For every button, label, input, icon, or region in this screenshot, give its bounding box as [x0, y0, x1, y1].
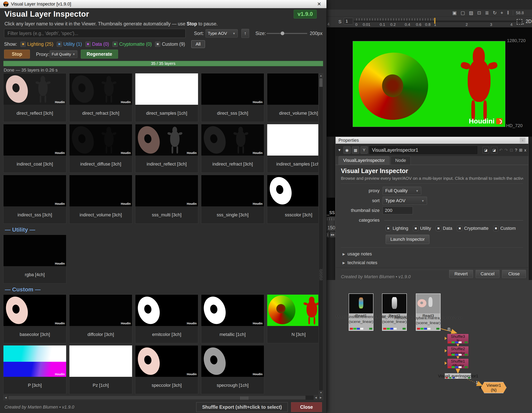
sort-field-dropdown[interactable]: Type AOV▼ [383, 197, 427, 205]
prop-category-data[interactable]: ✖Data [436, 226, 452, 231]
layer-card[interactable]: Houdinsss_single [3ch] [201, 175, 264, 224]
roi-icon[interactable]: ▨ [469, 10, 473, 16]
node-read3[interactable]: Read3 [416, 294, 441, 331]
layer-card[interactable]: Houdinbasecolor [3ch] [3, 294, 66, 343]
layer-label[interactable]: specrough [1ch] [201, 377, 264, 394]
layer-thumbnail[interactable]: Houdin [135, 124, 198, 156]
node-badge-icon[interactable]: ◉ [343, 147, 351, 154]
all-categories-button[interactable]: All [191, 40, 205, 48]
layer-card[interactable]: Houdinindirect_coat [3ch] [3, 124, 66, 173]
checkbox-x-icon[interactable]: ✖ [436, 226, 441, 231]
layer-card[interactable]: Houdindiffcolor [3ch] [69, 294, 132, 343]
checkbox-x-icon[interactable]: ✖ [386, 226, 391, 231]
scroll-grip[interactable] [240, 396, 248, 400]
layer-card[interactable]: indirect_samples [1ch] [267, 124, 318, 173]
close-node-icon[interactable]: x [524, 148, 526, 153]
layer-label[interactable]: indirect_diffuse [3ch] [69, 156, 132, 173]
category-toggle-utility[interactable]: ✖Utility (1) [57, 41, 82, 47]
layer-label[interactable]: P [3ch] [3, 377, 66, 394]
node-shuffle2[interactable]: Shuffle2emitcolor [447, 346, 469, 356]
layer-label[interactable]: basecolor [3ch] [3, 326, 66, 343]
layer-card[interactable]: Houdinindirect_refract [3ch] [201, 124, 264, 173]
layer-label[interactable]: sss_single [3ch] [201, 206, 264, 223]
refresh-icon[interactable]: ↻ [493, 10, 497, 16]
layer-card[interactable]: Houdinindirect_reflect [3ch] [135, 124, 198, 173]
layer-card[interactable]: Houdinssscolor [3ch] [267, 175, 318, 224]
checkbox-x-icon[interactable]: ✖ [493, 226, 498, 231]
layer-label[interactable]: direct_samples [1ch] [135, 105, 198, 122]
cancel-button[interactable]: Cancel [476, 270, 499, 278]
layer-card[interactable]: Houdindirect_volume [3ch] [267, 73, 318, 122]
layer-thumbnail[interactable]: Houdin [3, 124, 66, 156]
layer-thumbnail[interactable]: Houdin [69, 295, 132, 326]
checkbox-x-icon[interactable]: ✖ [57, 42, 62, 47]
layer-card[interactable]: Houdinemitcolor [3ch] [135, 294, 198, 343]
layer-label[interactable]: direct_sss [3ch] [201, 105, 264, 122]
layer-card[interactable]: Houdindirect_reflect [3ch] [3, 73, 66, 122]
prop-category-utility[interactable]: ✖Utility [413, 226, 431, 231]
layer-card[interactable]: Houdinindirect_volume [3ch] [69, 175, 132, 224]
layer-thumbnail[interactable]: Houdin [3, 175, 66, 206]
sort-dropdown[interactable]: Type AOV▼ [206, 29, 238, 37]
horizontal-scroll-thumb[interactable] [8, 396, 305, 400]
layer-thumbnail[interactable] [267, 124, 318, 156]
checkbox-x-icon[interactable]: ✖ [155, 42, 160, 47]
export-icon[interactable]: ▦ [352, 147, 359, 154]
layer-thumbnail[interactable]: Houdin [135, 175, 198, 206]
layer-card[interactable]: Houdinspecrough [1ch] [201, 345, 264, 394]
layer-card[interactable]: Houdinspeccolor [3ch] [135, 345, 198, 394]
skip-forward-icon[interactable]: ▶▶ [330, 232, 336, 238]
layer-label[interactable]: N [3ch] [267, 326, 318, 343]
layer-thumbnail[interactable]: Houdin [201, 346, 264, 377]
layer-label[interactable]: emitcolor [3ch] [135, 326, 198, 343]
transport-fragment[interactable]: ) [327, 232, 329, 238]
layer-thumbnail[interactable]: Houdin [201, 73, 264, 105]
layer-label[interactable]: diffcolor [3ch] [69, 326, 132, 343]
layer-card[interactable]: Houdinrgba [4ch] [3, 235, 66, 284]
layer-label[interactable]: indirect_volume [3ch] [69, 206, 132, 223]
layer-thumbnail[interactable]: Houdin [69, 175, 132, 206]
layer-label[interactable]: ssscolor [3ch] [267, 206, 318, 223]
prop-category-custom[interactable]: ✖Custom [493, 226, 516, 231]
layer-label[interactable]: direct_reflect [3ch] [3, 105, 66, 122]
layer-card[interactable]: Houdinmetallic [1ch] [201, 294, 264, 343]
layer-card[interactable]: Houdinsss_multi [3ch] [135, 175, 198, 224]
pause-icon[interactable]: ‖ [507, 10, 509, 16]
scroll-grip[interactable] [319, 269, 323, 280]
layer-label[interactable]: speccolor [3ch] [135, 377, 198, 394]
layer-card[interactable]: N [3ch] [267, 294, 318, 343]
revert-button[interactable]: Revert [449, 270, 473, 278]
usage-notes-toggle[interactable]: ▶ usage notes [342, 251, 523, 257]
layer-label[interactable]: direct_volume [3ch] [267, 105, 318, 122]
node-shuffle3[interactable]: Shuffle3N [447, 334, 469, 344]
close-panel-button[interactable]: Close [502, 270, 526, 278]
layer-thumbnail[interactable]: Houdin [201, 124, 264, 156]
node-read1[interactable]: Read1 [349, 294, 373, 331]
technical-notes-toggle[interactable]: ▶ technical notes [342, 260, 523, 265]
gain-slider-marker[interactable] [434, 18, 436, 24]
layer-thumbnail[interactable]: Houdin [3, 295, 66, 326]
wrench-icon[interactable]: Y [361, 147, 368, 154]
vertical-scroll-thumb[interactable] [319, 78, 323, 87]
scroll-left2-icon[interactable]: ◀ [314, 395, 318, 400]
layer-label[interactable]: metallic [1ch] [201, 326, 264, 343]
node-viewer1[interactable]: Viewer1 (N) [481, 382, 507, 393]
layer-card[interactable]: Houdinindirect_sss [3ch] [3, 175, 66, 224]
filter-input[interactable] [4, 29, 186, 38]
channels-icon[interactable]: ≣ [485, 10, 489, 16]
wipe-icon[interactable]: ▢ [461, 10, 465, 16]
layer-thumbnail[interactable]: Houdin [3, 73, 66, 105]
thumbnail-size-input[interactable] [383, 207, 413, 214]
target-icon[interactable]: ⌖ [501, 10, 503, 16]
gain-input[interactable] [344, 18, 353, 24]
vertical-scrollbar[interactable]: ▲ ▼ [319, 73, 323, 395]
window-titlebar[interactable]: Visual Layer Inspector [v1.9.0] ✕ [0, 0, 326, 8]
category-toggle-cryptomatte[interactable]: ✖Cryptomatte (0) [113, 41, 152, 47]
category-toggle-data[interactable]: ✖Data (0) [86, 41, 109, 47]
layer-card[interactable]: Pz [1ch] [69, 345, 132, 394]
checkbox-x-icon[interactable]: ✖ [113, 42, 118, 47]
roi-icon[interactable] [517, 19, 522, 25]
layer-label[interactable]: indirect_samples [1ch] [267, 156, 318, 173]
layer-thumbnail[interactable] [69, 346, 132, 377]
stop-button[interactable]: Stop [4, 50, 30, 59]
